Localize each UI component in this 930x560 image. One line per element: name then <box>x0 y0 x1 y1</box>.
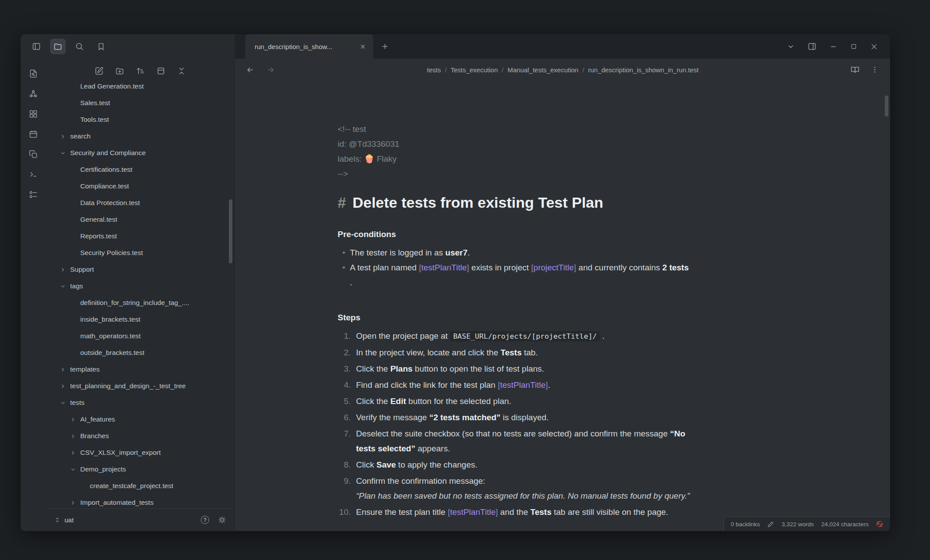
tree-folder[interactable]: tags <box>46 278 234 294</box>
text-segment: Tests <box>530 507 551 517</box>
text-segment: button for the selected plan. <box>406 397 511 406</box>
step-number: 2. <box>338 345 351 360</box>
editor-content[interactable]: <!-- testid: @Td3336031labels: 🍿 Flaky--… <box>235 81 890 531</box>
breadcrumb-segment[interactable]: Tests_execution <box>451 66 498 74</box>
breadcrumb-segment[interactable]: tests <box>427 66 441 74</box>
layout-list-icon[interactable] <box>29 190 38 199</box>
text-segment: Edit <box>390 397 406 406</box>
chevrons-up-down-icon <box>54 517 61 523</box>
reading-mode-icon[interactable] <box>851 65 859 74</box>
tree-folder[interactable]: Security and Compliance <box>46 145 234 161</box>
step-item: 4.Find and click the link for the test p… <box>338 378 807 393</box>
tree-file[interactable]: outside_brackets.test <box>46 344 234 361</box>
editor-scrollbar-thumb[interactable] <box>885 96 888 117</box>
note-body: <!-- testid: @Td3336031labels: 🍿 Flaky--… <box>338 81 807 520</box>
chevron-right-icon <box>60 367 70 372</box>
breadcrumb-segment[interactable]: Manual_tests_execution <box>507 66 578 74</box>
vault-folder-icon[interactable] <box>50 39 66 54</box>
text-segment: Open the project page at <box>356 331 450 340</box>
tab-close-icon[interactable] <box>360 43 366 50</box>
calendar-icon[interactable] <box>29 130 38 138</box>
tree-item-label: search <box>70 132 91 140</box>
window-controls <box>787 42 890 51</box>
new-tab-icon[interactable] <box>381 43 389 50</box>
status-bar: 0 backlinks 3,322 words 24,024 character… <box>723 517 890 531</box>
sort-order-icon[interactable] <box>136 67 145 75</box>
tree-file[interactable]: math_operators.test <box>46 328 234 344</box>
tree-item-label: Demo_projects <box>80 465 126 473</box>
text-segment: “No <box>670 429 685 438</box>
internal-link[interactable]: testPlanTitle <box>421 263 467 272</box>
tree-file[interactable]: Compliance.test <box>46 178 234 195</box>
internal-link[interactable]: projectTitle <box>534 263 574 272</box>
tree-folder[interactable]: templates <box>46 361 234 378</box>
maximize-button[interactable] <box>850 43 857 50</box>
step-number: 3. <box>338 362 351 376</box>
forward-arrow-icon[interactable] <box>267 66 275 74</box>
vault-switcher[interactable]: uat <box>54 516 74 524</box>
terminal-icon[interactable] <box>29 170 38 179</box>
chevron-down-icon[interactable] <box>787 43 795 50</box>
tree-file[interactable]: Tools.test <box>46 111 234 128</box>
tree-folder[interactable]: AI_features <box>46 411 234 428</box>
tree-folder[interactable]: Demo_projects <box>46 461 234 478</box>
file-search-icon[interactable] <box>29 69 38 78</box>
step-number: 9. <box>338 474 351 503</box>
new-note-icon[interactable] <box>95 67 103 75</box>
sidebar-scrollbar-thumb[interactable] <box>229 199 232 263</box>
chevron-down-icon <box>60 150 70 156</box>
backlinks-count[interactable]: 0 backlinks <box>731 521 760 528</box>
help-icon[interactable]: ? <box>201 516 209 524</box>
tree-item-label: Support <box>70 266 94 273</box>
active-tab[interactable]: run_description_is_show... <box>245 34 373 59</box>
tree-folder[interactable]: tests <box>46 394 234 411</box>
tree-file[interactable]: Reports.test <box>46 228 234 245</box>
text-segment: button to open the list of test plans. <box>413 364 544 373</box>
templates-copy-icon[interactable] <box>29 150 38 159</box>
step-text: Click Save to apply the changes. <box>356 457 807 472</box>
tree-folder[interactable]: CSV_XLSX_import_export <box>46 444 234 461</box>
collapse-all-icon[interactable] <box>177 67 186 75</box>
tree-folder[interactable]: search <box>46 128 234 145</box>
panel-right-toggle-icon[interactable] <box>808 42 816 51</box>
search-icon[interactable] <box>71 39 87 54</box>
edit-mode-pencil-icon[interactable] <box>767 521 774 528</box>
close-button[interactable] <box>870 43 878 50</box>
tree-file[interactable]: Certifications.test <box>46 161 234 178</box>
tree-file[interactable]: Security Policies.test <box>46 245 234 261</box>
tree-folder[interactable]: Branches <box>46 428 234 444</box>
tree-file[interactable]: Sales.test <box>46 95 234 111</box>
more-options-icon[interactable] <box>871 66 879 74</box>
sync-error-icon[interactable] <box>876 521 883 528</box>
tree-file[interactable]: inside_brackets.test <box>46 311 234 328</box>
layout-grid-icon[interactable] <box>29 110 38 118</box>
tree-file[interactable]: Lead Generation.test <box>46 83 234 95</box>
panel-left-toggle-icon[interactable] <box>29 39 44 54</box>
tree-item-label: math_operators.test <box>80 332 141 340</box>
step-item: 8.Click Save to apply the changes. <box>338 457 807 472</box>
text-segment: Click the <box>356 364 390 373</box>
bookmark-icon[interactable] <box>93 39 109 54</box>
internal-link[interactable]: testPlanTitle <box>500 380 545 390</box>
back-arrow-icon[interactable] <box>246 66 254 74</box>
breadcrumb-segment[interactable]: run_description_is_shown_in_run.test <box>588 66 698 74</box>
tree-folder[interactable]: test_planning_and_design_-_test_tree <box>46 378 234 394</box>
minimize-button[interactable] <box>830 43 837 50</box>
view-header: tests/Tests_execution/Manual_tests_execu… <box>235 59 890 81</box>
change-view-icon[interactable] <box>157 67 165 75</box>
view-actions <box>851 65 879 74</box>
tree-folder[interactable]: Support <box>46 261 234 278</box>
new-folder-icon[interactable] <box>115 67 124 75</box>
step-number: 5. <box>338 394 351 409</box>
settings-gear-icon[interactable] <box>218 516 226 524</box>
tree-file[interactable]: General.test <box>46 211 234 228</box>
titlebar: run_description_is_show... <box>21 34 890 59</box>
internal-link[interactable]: testPlanTitle <box>450 507 495 517</box>
text-segment: Save <box>376 460 396 469</box>
tree-folder[interactable]: Import_automated_tests <box>46 494 234 508</box>
tree-file[interactable]: Data Protection.test <box>46 195 234 211</box>
comment-line: --> <box>338 167 807 181</box>
tree-file[interactable]: create_testcafe_project.test <box>46 478 234 494</box>
tree-file[interactable]: definition_for_string_include_tag_.... <box>46 294 234 311</box>
graph-view-icon[interactable] <box>29 89 38 98</box>
